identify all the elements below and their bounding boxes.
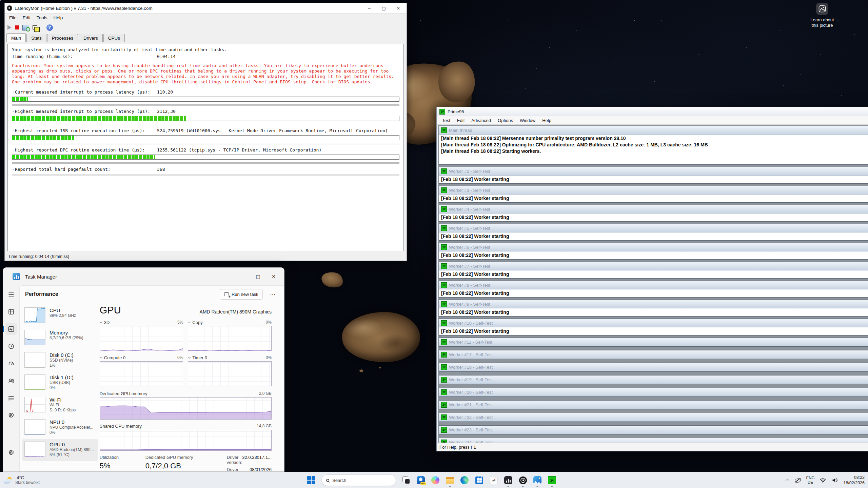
worker-titlebar[interactable]: Worker #19 - Self-Test [439, 375, 868, 384]
microsoft-store-button[interactable] [475, 476, 484, 485]
engine-label: Timer 0 [192, 355, 207, 360]
menu-item[interactable]: Tools [34, 14, 51, 21]
weather-widget[interactable]: -4°C Stark bewölkt [3, 472, 40, 488]
worker-titlebar[interactable]: Worker #5 - Self-Test [439, 224, 868, 232]
main-thread-titlebar[interactable]: Main thread [439, 126, 868, 135]
learn-about-picture-widget[interactable]: Learn about this picture [807, 3, 838, 28]
perf-sidebar-item[interactable]: NPU 0 NPU Compute Acceler... 0% [22, 416, 98, 439]
worker-titlebar[interactable]: Worker #3 - Self-Test [439, 186, 868, 195]
menu-item[interactable]: Help [539, 117, 555, 124]
menu-item[interactable]: Options [494, 117, 516, 124]
maximize-button[interactable]: ▢ [378, 4, 390, 12]
latencymon-title: LatencyMon (Home Edition ) v 7.31 - http… [15, 6, 361, 11]
nav-menu-icon[interactable] [5, 289, 17, 300]
minimize-button[interactable]: – [363, 4, 375, 12]
worker-titlebar[interactable]: Worker #4 - Self-Test [439, 205, 868, 214]
menu-item[interactable]: Advanced [468, 117, 494, 124]
nav-services-icon[interactable] [5, 410, 17, 421]
chevron-down-icon[interactable] [188, 320, 191, 323]
worker-titlebar[interactable]: Worker #18 - Self-Test [439, 363, 868, 371]
log-line: [Main thread Feb 18 08:22] Mersenne numb… [441, 135, 868, 142]
worker-titlebar[interactable]: Worker #7 - Self-Test [439, 262, 868, 270]
menu-item[interactable]: Window [516, 117, 539, 124]
worker-titlebar[interactable]: Worker #8 - Self-Test [439, 281, 868, 289]
clock[interactable]: 08:22 18/02/2026 [843, 475, 865, 486]
worker-titlebar[interactable]: Worker #20 - Self-Test [439, 388, 868, 396]
prime95-icon [441, 168, 447, 174]
nav-details-icon[interactable] [5, 392, 17, 404]
prime95-taskbar-button[interactable] [548, 476, 556, 485]
worker-titlebar[interactable]: Worker #23 - Self-Test [439, 426, 868, 434]
tab[interactable]: Processes [47, 34, 78, 42]
slashed-circle-icon[interactable] [794, 477, 801, 483]
help-icon[interactable]: ? [46, 24, 53, 31]
worker-window: Worker #8 - Self-Test [Feb 18 08:22] Wor… [439, 281, 868, 298]
worker-title: Worker #24 - Self-Test [449, 440, 493, 443]
maximize-button[interactable]: ▢ [250, 270, 266, 283]
nav-users-icon[interactable] [5, 375, 17, 387]
worker-titlebar[interactable]: Worker #11 - Self-Test [439, 338, 868, 346]
minimize-button[interactable]: – [235, 270, 250, 283]
perf-item-sub: 8,7/29,6 GB (29%) [50, 336, 83, 341]
perf-sidebar-item[interactable]: Disk 1 (D:) USB (USB) 0% [22, 372, 98, 394]
start-monitor-icon[interactable] [7, 25, 12, 30]
tray-chevron-up-icon[interactable] [785, 479, 789, 483]
picture-info-icon[interactable] [816, 3, 828, 15]
menu-item[interactable]: File [6, 14, 20, 21]
worker-titlebar[interactable]: Worker #6 - Self-Test [439, 243, 868, 251]
run-new-task-button[interactable]: Run new task [220, 289, 263, 300]
perf-sidebar-item[interactable]: Memory 8,7/29,6 GB (29%) [22, 327, 98, 349]
chevron-down-icon[interactable] [100, 355, 102, 358]
tab[interactable]: Main [6, 33, 26, 42]
language-switcher[interactable]: ENG DE [806, 476, 815, 485]
worker-titlebar[interactable]: Worker #2 - Self-Test [439, 167, 868, 176]
tab[interactable]: Drivers [79, 34, 103, 42]
worker-titlebar[interactable]: Worker #17 - Self-Test [439, 350, 868, 359]
perf-sidebar-item[interactable]: Disk 0 (C:) SSD (NVMe) 1% [22, 349, 98, 372]
worker-titlebar[interactable]: Worker #21 - Self-Test [439, 401, 868, 409]
close-button[interactable]: ✕ [392, 4, 405, 12]
search-input[interactable]: Search [321, 474, 396, 486]
prime95-icon [441, 377, 447, 383]
settings-gear-icon[interactable] [5, 447, 17, 459]
nav-processes-icon[interactable] [5, 306, 17, 318]
start-button[interactable] [307, 476, 316, 485]
perf-sidebar-item[interactable]: CPU 88% 2,94 GHz [22, 305, 98, 327]
perf-sidebar-item[interactable]: GPU 0 AMD Radeon(TM) 890... 5% (51 °C) [22, 439, 98, 461]
chevron-down-icon[interactable] [188, 355, 191, 358]
worker-titlebar[interactable]: Worker #24 - Self-Test [439, 438, 868, 443]
perf-sidebar-item[interactable]: Wi-Fi Wi-Fi S: 0 R: 0 Kbps [22, 394, 98, 416]
more-options-button[interactable]: ... [268, 290, 278, 298]
worker-titlebar[interactable]: Worker #10 - Self-Test [439, 319, 868, 327]
perf-item-sub2: 5% (51 °C) [50, 452, 94, 458]
tab[interactable]: Stats [26, 34, 46, 42]
copilot-button[interactable] [431, 476, 440, 485]
menu-item[interactable]: Test [439, 117, 454, 124]
menu-item[interactable]: Help [51, 14, 66, 21]
menu-item[interactable]: Edit [20, 14, 34, 21]
chevron-down-icon[interactable] [100, 320, 102, 323]
stacked-windows-icon[interactable] [33, 25, 37, 29]
task-view-button[interactable] [402, 476, 411, 485]
snipping-tool-button[interactable] [489, 476, 498, 485]
worker-titlebar[interactable]: Worker #22 - Self-Test [439, 413, 868, 422]
wifi-icon[interactable] [820, 477, 826, 484]
monitor-app-button[interactable] [504, 476, 513, 485]
monitor-app-icon [504, 476, 512, 484]
nav-performance-icon[interactable] [5, 323, 17, 335]
stop-monitor-icon[interactable] [15, 25, 19, 29]
worker-titlebar[interactable]: Worker #9 - Self-Test [439, 300, 868, 308]
file-explorer-button[interactable] [446, 476, 454, 485]
speaker-icon[interactable] [831, 477, 838, 484]
nav-startup-apps-icon[interactable] [5, 358, 17, 369]
photos-button[interactable] [533, 476, 542, 485]
edge-button[interactable] [460, 476, 469, 485]
close-button[interactable]: ✕ [266, 270, 281, 283]
tab[interactable]: CPUs [103, 34, 125, 42]
nav-app-history-icon[interactable] [5, 341, 17, 352]
dev-home-preview-button[interactable] [416, 476, 425, 485]
system-analyze-icon[interactable] [22, 25, 29, 30]
menu-item[interactable]: Edit [454, 117, 468, 124]
latencymon-report: Your system is being analyzed for suitab… [7, 44, 404, 251]
recorder-app-button[interactable] [518, 476, 527, 485]
